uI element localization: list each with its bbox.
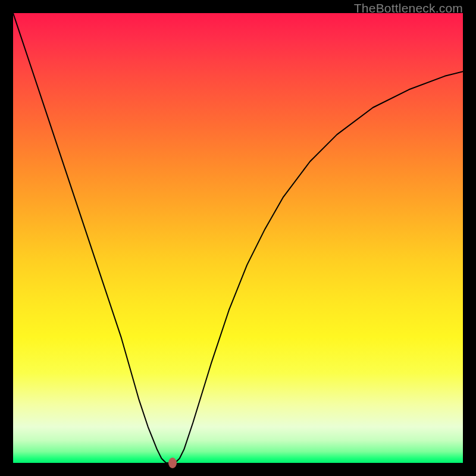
plot-area <box>13 13 463 463</box>
bottleneck-curve <box>13 13 463 463</box>
chart-frame: TheBottleneck.com <box>0 0 476 476</box>
minimum-marker <box>168 458 177 468</box>
curve-svg <box>13 13 463 463</box>
